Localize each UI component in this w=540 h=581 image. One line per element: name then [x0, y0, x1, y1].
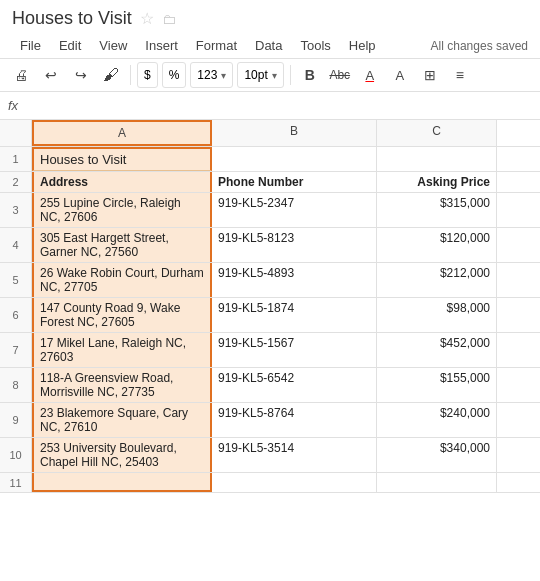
cell-c3[interactable]: $315,000	[377, 193, 497, 227]
col-header-b[interactable]: B	[212, 120, 377, 146]
row-number: 4	[0, 228, 32, 262]
table-row: 7 17 Mikel Lane, Raleigh NC, 27603 919-K…	[0, 333, 540, 368]
font-size-selector[interactable]: 10pt ▾	[237, 62, 283, 88]
table-row: 3 255 Lupine Circle, Raleigh NC, 27606 9…	[0, 193, 540, 228]
currency-symbol: $	[144, 68, 151, 82]
data-rows: 1 Houses to Visit 2 Address Phone Number…	[0, 147, 540, 493]
formula-fx-icon: fx	[8, 98, 18, 113]
cell-b8[interactable]: 919-KL5-6542	[212, 368, 377, 402]
cell-c7[interactable]: $452,000	[377, 333, 497, 367]
font-size-value: 10pt	[244, 68, 267, 82]
align-button[interactable]: ≡	[447, 62, 473, 88]
bold-button[interactable]: B	[297, 62, 323, 88]
table-row: 1 Houses to Visit	[0, 147, 540, 172]
document-title: Houses to Visit	[12, 8, 132, 29]
spreadsheet: A B C 1 Houses to Visit 2 Address Phone …	[0, 120, 540, 493]
more-formats-button[interactable]: 123 ▾	[190, 62, 233, 88]
col-header-a[interactable]: A	[32, 120, 212, 146]
cell-a7[interactable]: 17 Mikel Lane, Raleigh NC, 27603	[32, 333, 212, 367]
column-headers: A B C	[0, 120, 540, 147]
copy-format-button[interactable]: 🖌	[98, 62, 124, 88]
cell-c8[interactable]: $155,000	[377, 368, 497, 402]
undo-button[interactable]: ↩	[38, 62, 64, 88]
cell-b1[interactable]	[212, 147, 377, 171]
table-row: 10 253 University Boulevard, Chapel Hill…	[0, 438, 540, 473]
cell-b3[interactable]: 919-KL5-2347	[212, 193, 377, 227]
row-number: 7	[0, 333, 32, 367]
cell-c4[interactable]: $120,000	[377, 228, 497, 262]
separator-2	[290, 65, 291, 85]
currency-button[interactable]: $	[137, 62, 158, 88]
cell-b2[interactable]: Phone Number	[212, 172, 377, 192]
cell-c1[interactable]	[377, 147, 497, 171]
cell-c9[interactable]: $240,000	[377, 403, 497, 437]
row-number: 6	[0, 298, 32, 332]
title-bar: Houses to Visit ☆ 🗀	[0, 0, 540, 33]
table-row: 6 147 County Road 9, Wake Forest NC, 276…	[0, 298, 540, 333]
cell-a1[interactable]: Houses to Visit	[32, 147, 212, 171]
cell-b7[interactable]: 919-KL5-1567	[212, 333, 377, 367]
row-number: 5	[0, 263, 32, 297]
cell-a10[interactable]: 253 University Boulevard, Chapel Hill NC…	[32, 438, 212, 472]
menu-format[interactable]: Format	[188, 35, 245, 56]
cell-a6[interactable]: 147 County Road 9, Wake Forest NC, 27605	[32, 298, 212, 332]
cell-a9[interactable]: 23 Blakemore Square, Cary NC, 27610	[32, 403, 212, 437]
row-num-header	[0, 120, 32, 146]
row-number: 9	[0, 403, 32, 437]
cell-b4[interactable]: 919-KL5-8123	[212, 228, 377, 262]
row-number: 3	[0, 193, 32, 227]
menu-edit[interactable]: Edit	[51, 35, 89, 56]
cell-c6[interactable]: $98,000	[377, 298, 497, 332]
cell-b11[interactable]	[212, 473, 377, 492]
format-label: 123	[197, 68, 217, 82]
row-number: 1	[0, 147, 32, 171]
cell-c11[interactable]	[377, 473, 497, 492]
font-color-button[interactable]: A	[357, 62, 383, 88]
formula-bar: fx	[0, 92, 540, 120]
cell-b5[interactable]: 919-KL5-4893	[212, 263, 377, 297]
menu-data[interactable]: Data	[247, 35, 290, 56]
menu-tools[interactable]: Tools	[292, 35, 338, 56]
col-header-c[interactable]: C	[377, 120, 497, 146]
borders-button[interactable]: ⊞	[417, 62, 443, 88]
cell-a3[interactable]: 255 Lupine Circle, Raleigh NC, 27606	[32, 193, 212, 227]
cell-b6[interactable]: 919-KL5-1874	[212, 298, 377, 332]
row-number: 10	[0, 438, 32, 472]
table-row: 8 118-A Greensview Road, Morrisville NC,…	[0, 368, 540, 403]
highlight-color-button[interactable]: A	[387, 62, 413, 88]
menu-view[interactable]: View	[91, 35, 135, 56]
cell-c10[interactable]: $340,000	[377, 438, 497, 472]
cell-b9[interactable]: 919-KL5-8764	[212, 403, 377, 437]
cell-a2[interactable]: Address	[32, 172, 212, 192]
folder-icon[interactable]: 🗀	[162, 11, 176, 27]
table-row: 4 305 East Hargett Street, Garner NC, 27…	[0, 228, 540, 263]
strikethrough-button[interactable]: Abc	[327, 62, 353, 88]
row-number: 11	[0, 473, 32, 492]
toolbar: 🖨 ↩ ↪ 🖌 $ % 123 ▾ 10pt ▾ B Abc A A ⊞ ≡	[0, 58, 540, 92]
redo-button[interactable]: ↪	[68, 62, 94, 88]
cell-c5[interactable]: $212,000	[377, 263, 497, 297]
row-number: 2	[0, 172, 32, 192]
cell-a11[interactable]	[32, 473, 212, 492]
cell-a5[interactable]: 26 Wake Robin Court, Durham NC, 27705	[32, 263, 212, 297]
table-row: 9 23 Blakemore Square, Cary NC, 27610 91…	[0, 403, 540, 438]
table-row: 5 26 Wake Robin Court, Durham NC, 27705 …	[0, 263, 540, 298]
percent-button[interactable]: %	[162, 62, 187, 88]
cell-a8[interactable]: 118-A Greensview Road, Morrisville NC, 2…	[32, 368, 212, 402]
save-status: All changes saved	[431, 39, 528, 53]
menu-file[interactable]: File	[12, 35, 49, 56]
row-number: 8	[0, 368, 32, 402]
cell-a4[interactable]: 305 East Hargett Street, Garner NC, 2756…	[32, 228, 212, 262]
cell-b10[interactable]: 919-KL5-3514	[212, 438, 377, 472]
table-row: 2 Address Phone Number Asking Price	[0, 172, 540, 193]
percent-symbol: %	[169, 68, 180, 82]
chevron-down-icon: ▾	[221, 70, 226, 81]
table-row: 11	[0, 473, 540, 493]
menu-insert[interactable]: Insert	[137, 35, 186, 56]
cell-c2[interactable]: Asking Price	[377, 172, 497, 192]
print-button[interactable]: 🖨	[8, 62, 34, 88]
menu-bar: File Edit View Insert Format Data Tools …	[0, 33, 540, 58]
chevron-down-icon: ▾	[272, 70, 277, 81]
menu-help[interactable]: Help	[341, 35, 384, 56]
star-icon[interactable]: ☆	[140, 9, 154, 28]
